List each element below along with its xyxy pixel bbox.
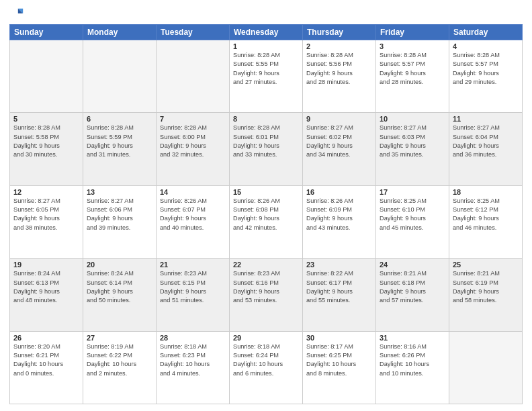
- calendar-cell: 28Sunrise: 8:18 AMSunset: 6:23 PMDayligh…: [157, 331, 230, 404]
- calendar-cell: 10Sunrise: 8:27 AMSunset: 6:03 PMDayligh…: [376, 113, 449, 185]
- weekday-header-friday: Friday: [376, 25, 449, 40]
- weekday-header-tuesday: Tuesday: [157, 25, 230, 40]
- calendar-cell: 27Sunrise: 8:19 AMSunset: 6:22 PMDayligh…: [83, 331, 157, 404]
- day-info: Sunrise: 8:24 AMSunset: 6:13 PMDaylight:…: [13, 269, 79, 305]
- calendar-cell: 20Sunrise: 8:24 AMSunset: 6:14 PMDayligh…: [83, 259, 157, 331]
- day-number: 27: [87, 334, 152, 342]
- day-info: Sunrise: 8:28 AMSunset: 5:59 PMDaylight:…: [87, 124, 152, 159]
- header: [9, 7, 523, 21]
- day-info: Sunrise: 8:25 AMSunset: 6:12 PMDaylight:…: [453, 197, 519, 232]
- day-info: Sunrise: 8:22 AMSunset: 6:17 PMDaylight:…: [306, 269, 372, 305]
- day-number: 7: [160, 115, 226, 123]
- day-number: 8: [233, 115, 299, 123]
- calendar-cell: 18Sunrise: 8:25 AMSunset: 6:12 PMDayligh…: [449, 185, 523, 258]
- calendar-cell: 15Sunrise: 8:26 AMSunset: 6:08 PMDayligh…: [230, 185, 303, 258]
- day-number: 11: [453, 115, 519, 123]
- calendar-table: SundayMondayTuesdayWednesdayThursdayFrid…: [9, 24, 523, 404]
- calendar-cell: 6Sunrise: 8:28 AMSunset: 5:59 PMDaylight…: [83, 113, 157, 185]
- calendar-cell: 5Sunrise: 8:28 AMSunset: 5:58 PMDaylight…: [10, 113, 83, 185]
- day-info: Sunrise: 8:20 AMSunset: 6:21 PMDaylight:…: [13, 342, 79, 378]
- day-number: 10: [380, 115, 445, 123]
- day-info: Sunrise: 8:28 AMSunset: 5:57 PMDaylight:…: [453, 51, 519, 87]
- day-info: Sunrise: 8:18 AMSunset: 6:24 PMDaylight:…: [233, 342, 299, 378]
- day-number: 29: [233, 334, 299, 342]
- day-info: Sunrise: 8:26 AMSunset: 6:09 PMDaylight:…: [306, 197, 372, 232]
- day-number: 5: [13, 115, 79, 123]
- day-info: Sunrise: 8:28 AMSunset: 6:01 PMDaylight:…: [233, 124, 299, 159]
- day-info: Sunrise: 8:28 AMSunset: 5:55 PMDaylight:…: [233, 51, 299, 87]
- day-info: Sunrise: 8:27 AMSunset: 6:06 PMDaylight:…: [87, 197, 152, 232]
- calendar-cell: 11Sunrise: 8:27 AMSunset: 6:04 PMDayligh…: [449, 113, 523, 185]
- calendar-cell: 14Sunrise: 8:26 AMSunset: 6:07 PMDayligh…: [157, 185, 230, 258]
- day-info: Sunrise: 8:23 AMSunset: 6:16 PMDaylight:…: [233, 269, 299, 305]
- day-number: 28: [160, 334, 226, 342]
- day-number: 12: [13, 188, 79, 196]
- day-number: 22: [233, 261, 299, 269]
- calendar-row-2: 12Sunrise: 8:27 AMSunset: 6:05 PMDayligh…: [10, 185, 523, 258]
- day-info: Sunrise: 8:18 AMSunset: 6:23 PMDaylight:…: [160, 342, 226, 378]
- day-info: Sunrise: 8:27 AMSunset: 6:04 PMDaylight:…: [453, 124, 519, 159]
- calendar-cell: 24Sunrise: 8:21 AMSunset: 6:18 PMDayligh…: [376, 259, 449, 331]
- calendar-row-1: 5Sunrise: 8:28 AMSunset: 5:58 PMDaylight…: [10, 113, 523, 185]
- day-number: 24: [380, 261, 445, 269]
- day-info: Sunrise: 8:23 AMSunset: 6:15 PMDaylight:…: [160, 269, 226, 305]
- weekday-header-saturday: Saturday: [449, 25, 523, 40]
- weekday-header-sunday: Sunday: [10, 25, 83, 40]
- day-info: Sunrise: 8:26 AMSunset: 6:07 PMDaylight:…: [160, 197, 226, 232]
- calendar-row-4: 26Sunrise: 8:20 AMSunset: 6:21 PMDayligh…: [10, 331, 523, 404]
- calendar-cell: [449, 331, 523, 404]
- day-number: 23: [306, 261, 372, 269]
- day-info: Sunrise: 8:27 AMSunset: 6:02 PMDaylight:…: [306, 124, 372, 159]
- calendar-cell: 17Sunrise: 8:25 AMSunset: 6:10 PMDayligh…: [376, 185, 449, 258]
- calendar-cell: 13Sunrise: 8:27 AMSunset: 6:06 PMDayligh…: [83, 185, 157, 258]
- day-info: Sunrise: 8:27 AMSunset: 6:03 PMDaylight:…: [380, 124, 445, 159]
- logo: [9, 7, 26, 21]
- day-number: 9: [306, 115, 372, 123]
- calendar-row-3: 19Sunrise: 8:24 AMSunset: 6:13 PMDayligh…: [10, 259, 523, 331]
- calendar-cell: [157, 40, 230, 113]
- day-info: Sunrise: 8:28 AMSunset: 5:56 PMDaylight:…: [306, 51, 372, 87]
- calendar-cell: 12Sunrise: 8:27 AMSunset: 6:05 PMDayligh…: [10, 185, 83, 258]
- day-info: Sunrise: 8:28 AMSunset: 5:57 PMDaylight:…: [380, 51, 445, 87]
- day-info: Sunrise: 8:28 AMSunset: 6:00 PMDaylight:…: [160, 124, 226, 159]
- calendar-cell: 2Sunrise: 8:28 AMSunset: 5:56 PMDaylight…: [303, 40, 376, 113]
- day-number: 14: [160, 188, 226, 196]
- day-info: Sunrise: 8:16 AMSunset: 6:26 PMDaylight:…: [380, 342, 445, 378]
- logo-icon: [9, 7, 24, 21]
- calendar-cell: 29Sunrise: 8:18 AMSunset: 6:24 PMDayligh…: [230, 331, 303, 404]
- day-number: 15: [233, 188, 299, 196]
- day-number: 25: [453, 261, 519, 269]
- calendar-row-0: 1Sunrise: 8:28 AMSunset: 5:55 PMDaylight…: [10, 40, 523, 113]
- day-number: 1: [233, 42, 299, 50]
- day-number: 17: [380, 188, 445, 196]
- calendar-cell: 31Sunrise: 8:16 AMSunset: 6:26 PMDayligh…: [376, 331, 449, 404]
- page: SundayMondayTuesdayWednesdayThursdayFrid…: [0, 0, 532, 411]
- weekday-header-wednesday: Wednesday: [230, 25, 303, 40]
- day-number: 31: [380, 334, 445, 342]
- day-info: Sunrise: 8:27 AMSunset: 6:05 PMDaylight:…: [13, 197, 79, 232]
- day-number: 18: [453, 188, 519, 196]
- calendar-cell: [10, 40, 83, 113]
- day-info: Sunrise: 8:25 AMSunset: 6:10 PMDaylight:…: [380, 197, 445, 232]
- day-number: 21: [160, 261, 226, 269]
- day-info: Sunrise: 8:21 AMSunset: 6:19 PMDaylight:…: [453, 269, 519, 305]
- calendar-cell: 19Sunrise: 8:24 AMSunset: 6:13 PMDayligh…: [10, 259, 83, 331]
- calendar-cell: 16Sunrise: 8:26 AMSunset: 6:09 PMDayligh…: [303, 185, 376, 258]
- calendar-cell: 8Sunrise: 8:28 AMSunset: 6:01 PMDaylight…: [230, 113, 303, 185]
- calendar-cell: 23Sunrise: 8:22 AMSunset: 6:17 PMDayligh…: [303, 259, 376, 331]
- day-number: 2: [306, 42, 372, 50]
- calendar-cell: 7Sunrise: 8:28 AMSunset: 6:00 PMDaylight…: [157, 113, 230, 185]
- calendar-header-row: SundayMondayTuesdayWednesdayThursdayFrid…: [10, 25, 523, 40]
- day-number: 19: [13, 261, 79, 269]
- day-number: 20: [87, 261, 152, 269]
- calendar-cell: 3Sunrise: 8:28 AMSunset: 5:57 PMDaylight…: [376, 40, 449, 113]
- day-info: Sunrise: 8:26 AMSunset: 6:08 PMDaylight:…: [233, 197, 299, 232]
- calendar-cell: 30Sunrise: 8:17 AMSunset: 6:25 PMDayligh…: [303, 331, 376, 404]
- day-number: 6: [87, 115, 152, 123]
- calendar-cell: 4Sunrise: 8:28 AMSunset: 5:57 PMDaylight…: [449, 40, 523, 113]
- weekday-header-thursday: Thursday: [303, 25, 376, 40]
- calendar-cell: 25Sunrise: 8:21 AMSunset: 6:19 PMDayligh…: [449, 259, 523, 331]
- day-info: Sunrise: 8:24 AMSunset: 6:14 PMDaylight:…: [87, 269, 152, 305]
- day-number: 4: [453, 42, 519, 50]
- day-number: 16: [306, 188, 372, 196]
